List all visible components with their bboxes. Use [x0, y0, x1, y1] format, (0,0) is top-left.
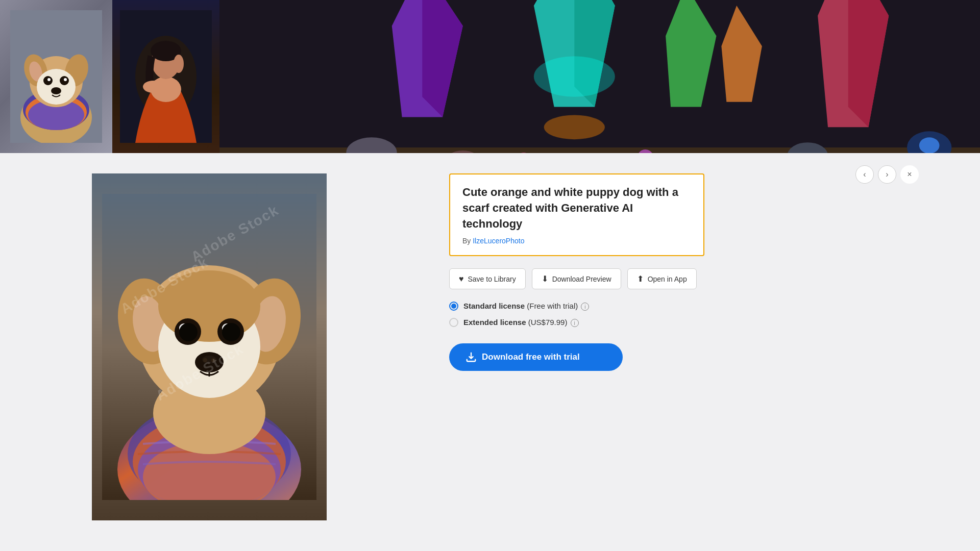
svg-point-39	[544, 115, 605, 139]
info-panel: Cute orange and white puppy dog with a s…	[419, 153, 980, 551]
next-button[interactable]: ›	[878, 165, 896, 184]
extended-radio[interactable]	[449, 318, 458, 327]
action-buttons: ♥ Save to Library ⬇ Download Preview ⬆ O…	[449, 268, 715, 289]
svg-point-9	[37, 69, 76, 105]
svg-point-56	[158, 270, 260, 342]
extended-license-label: Extended license (US$79.99) i	[463, 318, 579, 327]
extended-license-info-icon[interactable]: i	[571, 319, 579, 327]
license-section: Standard license (Free with trial) i Ext…	[449, 302, 653, 327]
save-label: Save to Library	[468, 275, 516, 283]
heart-icon: ♥	[459, 274, 464, 284]
preview-image: Adobe Stock Adobe Stock Adobe Stock	[92, 173, 327, 520]
standard-radio-fill	[451, 304, 456, 309]
gallery-thumbnail-woman[interactable]	[112, 0, 219, 153]
standard-radio[interactable]	[449, 302, 458, 311]
author-line: By IlzeLuceroPhoto	[462, 237, 691, 245]
svg-point-20	[174, 55, 184, 73]
standard-license-label: Standard license (Free with trial) i	[463, 302, 589, 311]
extended-license-option[interactable]: Extended license (US$79.99) i	[449, 318, 653, 327]
svg-point-12	[47, 78, 51, 81]
download-icon: ⬇	[542, 274, 548, 284]
preview-section: Adobe Stock Adobe Stock Adobe Stock	[0, 153, 419, 551]
svg-point-14	[51, 87, 61, 94]
download-cta-label: Download free with trial	[482, 352, 580, 362]
preview-image-container: Adobe Stock Adobe Stock Adobe Stock	[92, 173, 327, 520]
svg-point-38	[919, 137, 940, 153]
close-button[interactable]: ×	[900, 165, 919, 184]
download-cta-icon	[465, 352, 477, 363]
save-to-library-button[interactable]: ♥ Save to Library	[449, 268, 526, 289]
standard-license-info-icon[interactable]: i	[581, 303, 589, 311]
download-free-trial-button[interactable]: Download free with trial	[449, 343, 623, 371]
svg-rect-23	[219, 147, 980, 153]
nav-arrows: ‹ › ×	[855, 165, 919, 184]
open-app-icon: ⬆	[637, 274, 644, 284]
download-preview-button[interactable]: ⬇ Download Preview	[532, 268, 621, 289]
main-content: ‹ › ×	[0, 153, 980, 551]
open-app-label: Open in App	[648, 275, 687, 283]
asset-title: Cute orange and white puppy dog with a s…	[462, 185, 691, 232]
svg-point-13	[64, 78, 67, 81]
author-link[interactable]: IlzeLuceroPhoto	[473, 237, 524, 245]
prev-button[interactable]: ‹	[855, 165, 874, 184]
svg-point-62	[222, 323, 240, 341]
download-preview-label: Download Preview	[552, 275, 611, 283]
by-label: By	[462, 237, 471, 245]
title-box: Cute orange and white puppy dog with a s…	[449, 173, 704, 256]
svg-point-21	[143, 81, 163, 93]
svg-point-66	[211, 358, 215, 362]
svg-point-65	[203, 358, 207, 362]
gallery-thumbnail-crystals[interactable]	[219, 0, 980, 153]
svg-point-61	[179, 323, 198, 341]
svg-point-26	[534, 56, 615, 96]
open-in-app-button[interactable]: ⬆ Open in App	[627, 268, 697, 289]
standard-license-option[interactable]: Standard license (Free with trial) i	[449, 302, 653, 311]
gallery-strip	[0, 0, 980, 153]
gallery-thumbnail-dog[interactable]	[0, 0, 112, 153]
